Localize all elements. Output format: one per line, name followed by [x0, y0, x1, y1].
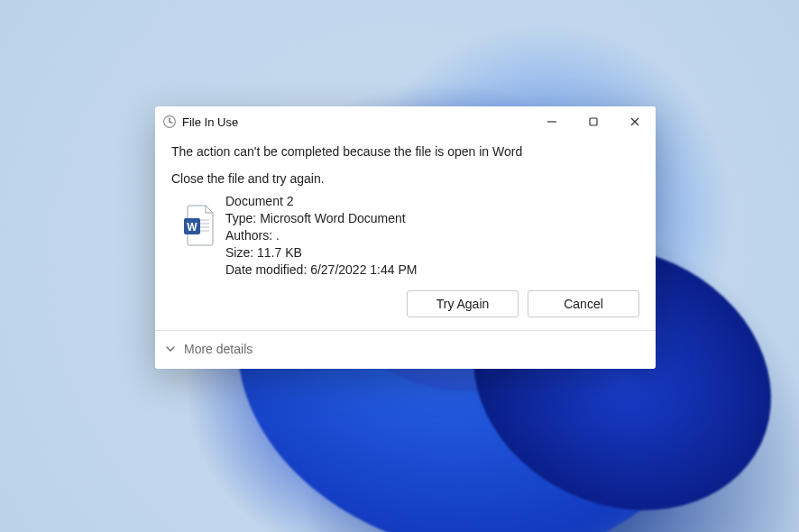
cancel-button[interactable]: Cancel: [528, 290, 639, 317]
file-type: Type: Microsoft Word Document: [225, 210, 417, 227]
try-again-button[interactable]: Try Again: [407, 290, 519, 317]
file-name: Document 2: [225, 193, 417, 210]
file-info-row: W Document 2 Type: Microsoft Word Docume…: [171, 191, 639, 278]
file-metadata: Document 2 Type: Microsoft Word Document…: [225, 191, 417, 278]
message-main: The action can't be completed because th…: [171, 144, 639, 159]
button-row: Try Again Cancel: [171, 290, 639, 317]
titlebar: File In Use: [155, 106, 656, 137]
minimize-button[interactable]: [531, 106, 573, 137]
svg-rect-4: [590, 118, 597, 125]
message-sub: Close the file and try again.: [171, 171, 639, 186]
file-modified: Date modified: 6/27/2022 1:44 PM: [225, 261, 417, 279]
dialog-body: The action can't be completed because th…: [155, 137, 656, 330]
maximize-button[interactable]: [573, 106, 614, 137]
dialog-title: File In Use: [182, 115, 238, 129]
close-button[interactable]: [614, 106, 656, 137]
more-details-toggle[interactable]: More details: [155, 330, 656, 369]
history-clock-icon: [162, 115, 177, 129]
file-in-use-dialog: File In Use The action can't be complete…: [155, 106, 656, 369]
file-authors: Authors: .: [225, 227, 417, 244]
chevron-down-icon: [164, 343, 177, 355]
svg-text:W: W: [187, 221, 197, 234]
file-size: Size: 11.7 KB: [225, 244, 417, 261]
word-document-icon: W: [184, 204, 216, 247]
more-details-label: More details: [184, 342, 253, 356]
